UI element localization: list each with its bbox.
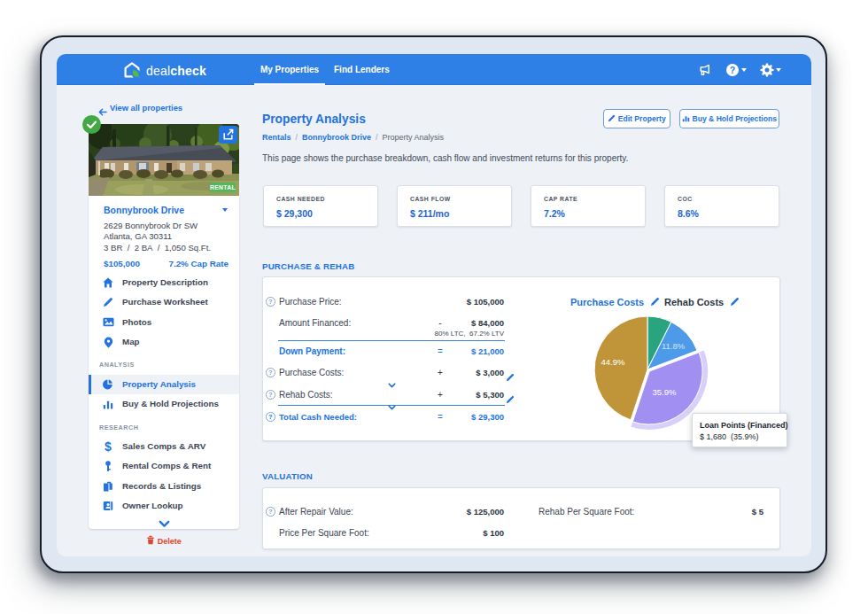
- svg-text:35.9%: 35.9%: [653, 387, 677, 397]
- svg-text:44.9%: 44.9%: [601, 357, 625, 367]
- svg-text:11.8%: 11.8%: [662, 341, 686, 351]
